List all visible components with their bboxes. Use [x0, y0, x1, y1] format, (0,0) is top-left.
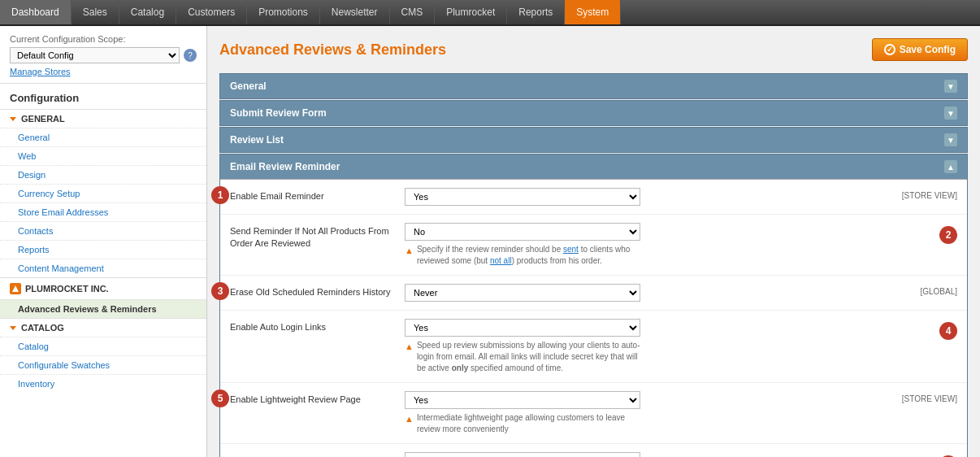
label-timeframe: Auto Login Key Timeframe (days) [230, 452, 392, 457]
hint-lightweight: ▲ Intermediate lightweight page allowing… [405, 412, 640, 435]
sidebar-item-currency[interactable]: Currency Setup [0, 184, 206, 202]
form-row-auto-login: Enable Auto Login Links Yes No ▲ Speed u… [220, 311, 967, 383]
nav-dashboard[interactable]: Dashboard [0, 0, 72, 24]
svg-marker-0 [12, 285, 19, 292]
accordion-email-reminder-header[interactable]: Email Review Reminder ▲ [220, 155, 967, 179]
nav-reports[interactable]: Reports [507, 0, 565, 24]
sidebar-item-contacts[interactable]: Contacts [0, 221, 206, 240]
hint-lightweight-text: Intermediate lightweight page allowing c… [417, 412, 640, 435]
label-erase-history: Erase Old Scheduled Reminders History [230, 284, 392, 298]
select-enable-reminder[interactable]: Yes No [405, 188, 640, 206]
form-row-send-reminder: Send Reminder If Not All Products From O… [220, 215, 967, 276]
badge-4-inline: 4 [939, 322, 957, 340]
save-config-button[interactable]: ✓ Save Config [872, 38, 968, 61]
general-group-label: GENERAL [21, 114, 65, 124]
input-cell-lightweight: Yes No ▲ Intermediate lightweight page a… [405, 391, 872, 435]
main-layout: Current Configuration Scope: Default Con… [0, 26, 980, 457]
accordion-email-reminder-toggle[interactable]: ▲ [944, 160, 957, 173]
sidebar-item-advanced-reviews[interactable]: Advanced Reviews & Reminders [0, 299, 206, 318]
label-lightweight: Enable Lightweight Review Page [230, 391, 392, 406]
accordion-submit-review-toggle[interactable]: ▼ [944, 107, 957, 120]
accordion-review-list-header[interactable]: Review List ▼ [220, 128, 967, 152]
hint-auto-login: ▲ Speed up review submissions by allowin… [405, 340, 640, 374]
sidebar-item-store-email[interactable]: Store Email Addresses [0, 202, 206, 221]
input-timeframe[interactable] [405, 452, 640, 457]
accordion-general: General ▼ [219, 73, 968, 99]
sidebar-general-group[interactable]: GENERAL [0, 109, 206, 128]
label-enable-reminder: Enable Email Reminder [230, 188, 392, 202]
top-navigation: Dashboard Sales Catalog Customers Promot… [0, 0, 980, 26]
scope-send-reminder: 2 [884, 223, 957, 244]
config-section-title: Configuration [0, 84, 206, 109]
page-title: Advanced Reviews & Reminders [219, 41, 446, 59]
catalog-group-label: CATALOG [21, 323, 64, 333]
accordion-submit-review-label: Submit Review Form [230, 107, 327, 119]
nav-sales[interactable]: Sales [72, 0, 119, 24]
sidebar-plumrocket-group[interactable]: PLUMROCKET INC. [0, 277, 206, 299]
hint-send-reminder-text: Specify if the review reminder should be… [417, 244, 640, 267]
form-row-lightweight: 5 Enable Lightweight Review Page Yes No … [220, 383, 967, 444]
sidebar-item-catalog[interactable]: Catalog [0, 337, 206, 355]
sidebar-item-inventory[interactable]: Inventory [0, 374, 206, 393]
badge-1: 1 [211, 186, 229, 204]
scope-select[interactable]: Default Config [10, 47, 180, 63]
accordion-review-list-label: Review List [230, 134, 284, 146]
scope-enable-reminder: [STORE VIEW] [884, 188, 957, 200]
label-auto-login: Enable Auto Login Links [230, 319, 392, 333]
badge-5: 5 [211, 390, 229, 407]
general-arrow-icon [10, 117, 16, 121]
nav-plumrocket[interactable]: Plumrocket [435, 0, 507, 24]
badge-3: 3 [211, 282, 229, 300]
sidebar-item-configurable-swatches[interactable]: Configurable Swatches [0, 355, 206, 374]
sidebar-item-content-mgmt[interactable]: Content Management [0, 259, 206, 277]
email-reminder-content: 1 Enable Email Reminder Yes No [STORE VI… [220, 179, 967, 457]
input-cell-auto-login: Yes No ▲ Speed up review submissions by … [405, 319, 872, 374]
accordion-general-label: General [230, 81, 267, 92]
hint-lightweight-triangle: ▲ [405, 413, 414, 435]
sidebar-catalog-group[interactable]: CATALOG [0, 318, 206, 337]
accordion-review-list: Review List ▼ [219, 127, 968, 153]
scope-auto-login: 4 [884, 319, 957, 340]
accordion-general-header[interactable]: General ▼ [220, 74, 967, 98]
content-area: Advanced Reviews & Reminders ✓ Save Conf… [207, 26, 980, 457]
accordion-submit-review-header[interactable]: Submit Review Form ▼ [220, 101, 967, 125]
nav-cms[interactable]: CMS [390, 0, 436, 24]
scope-lightweight: [STORE VIEW] [884, 391, 957, 403]
scope-erase-history: [GLOBAL] [884, 284, 957, 296]
select-send-reminder[interactable]: No Yes [405, 223, 640, 241]
accordion-general-toggle[interactable]: ▼ [944, 80, 957, 93]
sidebar-item-web[interactable]: Web [0, 146, 206, 165]
save-icon: ✓ [884, 44, 895, 55]
nav-promotions[interactable]: Promotions [247, 0, 320, 24]
hint-auto-login-text: Speed up review submissions by allowing … [417, 340, 640, 374]
form-row-erase-history: 3 Erase Old Scheduled Reminders History … [220, 276, 967, 311]
nav-catalog[interactable]: Catalog [119, 0, 176, 24]
accordion-review-list-toggle[interactable]: ▼ [944, 133, 957, 146]
select-auto-login[interactable]: Yes No [405, 319, 640, 337]
input-cell-timeframe [405, 452, 872, 457]
sidebar-item-reports[interactable]: Reports [0, 240, 206, 259]
input-cell-erase-history: Never 1 Day 7 Days 30 Days [405, 284, 872, 302]
sidebar-item-general[interactable]: General [0, 128, 206, 146]
input-cell-enable-reminder: Yes No [405, 188, 872, 206]
nav-customers[interactable]: Customers [176, 0, 247, 24]
nav-newsletter[interactable]: Newsletter [320, 0, 390, 24]
sidebar-item-design[interactable]: Design [0, 165, 206, 184]
hint-send-reminder: ▲ Specify if the review reminder should … [405, 244, 640, 267]
accordion-submit-review: Submit Review Form ▼ [219, 100, 968, 126]
label-send-reminder: Send Reminder If Not All Products From O… [230, 223, 392, 250]
hint-auto-login-triangle: ▲ [405, 341, 414, 374]
scope-select-row: Default Config ? [10, 47, 197, 63]
sidebar: Current Configuration Scope: Default Con… [0, 26, 207, 457]
accordion-email-reminder-label: Email Review Reminder [230, 161, 340, 172]
form-row-timeframe: Auto Login Key Timeframe (days) 6 [220, 444, 967, 457]
select-lightweight[interactable]: Yes No [405, 391, 640, 409]
form-row-enable-reminder: 1 Enable Email Reminder Yes No [STORE VI… [220, 180, 967, 215]
nav-system[interactable]: System [565, 0, 621, 24]
manage-stores-link[interactable]: Manage Stores [10, 67, 197, 76]
plumrocket-icon [10, 283, 21, 294]
select-erase-history[interactable]: Never 1 Day 7 Days 30 Days [405, 284, 640, 302]
input-cell-send-reminder: No Yes ▲ Specify if the review reminder … [405, 223, 872, 267]
content-header: Advanced Reviews & Reminders ✓ Save Conf… [219, 38, 968, 61]
scope-help-icon[interactable]: ? [184, 49, 197, 62]
